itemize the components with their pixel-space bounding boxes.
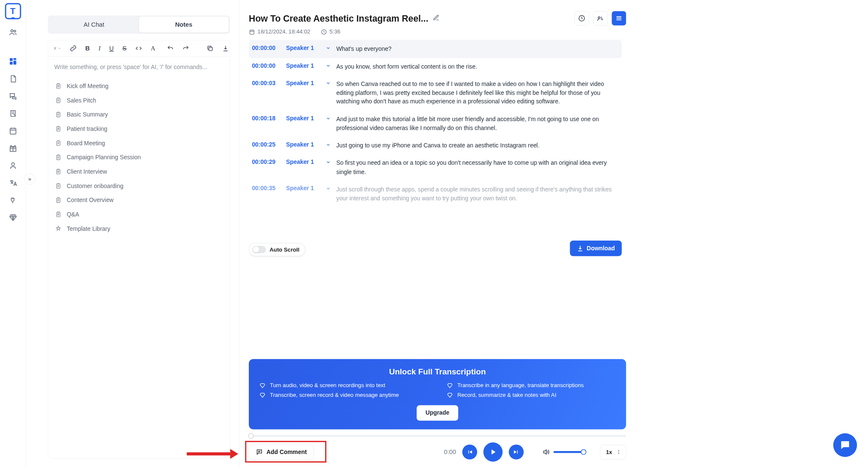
speaker-label[interactable]: Speaker 1 [286,141,320,148]
banner-feature: Transcribe in any language, translate tr… [447,382,615,389]
template-item[interactable]: Campaign Planning Session [50,150,227,165]
template-item[interactable]: Template Library [50,222,227,236]
redo-button[interactable] [182,44,189,52]
tab-notes[interactable]: Notes [139,17,229,33]
template-item[interactable]: Client Interview [50,165,227,179]
timestamp[interactable]: 00:00:29 [252,159,281,166]
edit-note-icon[interactable] [8,109,17,118]
chevron-down-icon[interactable] [325,160,331,165]
seek-thumb[interactable] [248,433,254,439]
editor-placeholder[interactable]: Write something, or press 'space' for AI… [48,57,229,77]
volume-control[interactable] [542,448,585,456]
transcript: 00:00:00Speaker 1What's up everyone?00:0… [249,40,626,355]
seek-track[interactable] [249,435,626,437]
template-item[interactable]: Board Meeting [50,136,227,150]
calendar-icon[interactable] [8,127,17,135]
speaker-label[interactable]: Speaker 1 [286,159,320,166]
add-comment-button[interactable]: Add Comment [249,444,314,460]
transcript-row[interactable]: 00:00:00Speaker 1As you know, short form… [249,58,622,75]
svg-rect-2 [10,58,13,61]
edit-title-button[interactable] [433,14,440,22]
speaker-label[interactable]: Speaker 1 [286,62,320,69]
language-icon[interactable] [8,179,17,187]
link-button[interactable] [70,44,77,52]
integrations-icon[interactable] [8,196,17,205]
volume-track[interactable] [554,451,584,453]
expand-sidebar-button[interactable]: » [24,174,35,185]
transcript-text: So when Canva reached out to me to see i… [336,80,618,106]
menu-button[interactable] [612,11,626,25]
paragraph-style-button[interactable] [54,44,61,52]
template-item[interactable]: Kick off Meeting [50,79,227,94]
prev-button[interactable] [462,445,477,460]
tab-ai-chat[interactable]: AI Chat [49,17,139,33]
dashboard-icon[interactable] [8,57,17,66]
people-icon[interactable] [8,28,17,36]
page-title: How To Create Aesthetic Instagram Reel..… [249,13,428,23]
speaker-label[interactable]: Speaker 1 [286,44,320,51]
download-button[interactable]: Download [570,241,622,256]
undo-button[interactable] [167,44,174,52]
code-button[interactable] [135,44,142,52]
template-item[interactable]: Q&A [50,208,227,222]
history-button[interactable] [575,11,589,25]
svg-rect-22 [250,30,254,34]
banner-feature: Transcribe, screen record & video messag… [259,392,428,398]
meta-date: 18/12/2024, 18:44:02 [249,28,310,35]
next-button[interactable] [509,445,524,460]
notes-editor: B I U S A Write something, or press 'spa… [48,40,230,458]
nav-rail: T » [0,0,26,468]
timestamp[interactable]: 00:00:35 [252,185,281,192]
share-button[interactable] [593,11,608,25]
chevron-down-icon[interactable] [325,116,331,121]
transcript-row[interactable]: 00:00:18Speaker 1And just to make this t… [249,111,622,137]
chevron-down-icon[interactable] [325,80,331,86]
strike-button[interactable]: S [122,44,127,52]
document-icon[interactable] [8,75,17,83]
timestamp[interactable]: 00:00:03 [252,80,281,86]
bold-button[interactable]: B [85,44,90,52]
speaker-label[interactable]: Speaker 1 [286,80,320,86]
timestamp[interactable]: 00:00:00 [252,44,281,51]
template-item[interactable]: Patient tracking [50,122,227,136]
transcript-text: And just to make this tutorial a little … [336,115,618,133]
timestamp[interactable]: 00:00:25 [252,141,281,148]
italic-button[interactable]: I [98,44,100,52]
transcript-text: As you know, short form vertical content… [336,62,618,71]
chevron-down-icon[interactable] [325,46,331,51]
svg-rect-3 [13,58,16,60]
template-item[interactable]: Content Overview [50,193,227,208]
chevron-down-icon[interactable] [325,63,331,68]
speaker-label[interactable]: Speaker 1 [286,115,320,122]
chat-icon[interactable] [8,92,17,100]
upgrade-button[interactable]: Upgrade [417,405,458,421]
play-button[interactable] [484,443,503,462]
transcript-row[interactable]: 00:00:35Speaker 1Just scroll through the… [249,181,622,207]
chevron-down-icon[interactable] [325,186,331,191]
copy-button[interactable] [206,44,213,52]
transcript-row[interactable]: 00:00:25Speaker 1Just going to use my iP… [249,137,622,154]
timestamp[interactable]: 00:00:00 [252,62,281,69]
auto-scroll-toggle[interactable]: Auto Scroll [249,243,305,256]
transcript-row[interactable]: 00:00:29Speaker 1So first you need an id… [249,155,622,181]
meta-duration: 5:36 [321,28,340,35]
text-color-button[interactable]: A [151,44,159,52]
speed-button[interactable]: 1x ▲▼ [600,445,626,459]
transcript-row[interactable]: 00:00:03Speaker 1So when Canva reached o… [249,75,622,111]
chevron-down-icon[interactable] [325,142,331,147]
template-item[interactable]: Sales Pitch [50,93,227,108]
gift-icon[interactable] [8,144,17,152]
template-item[interactable]: Customer onboarding [50,179,227,193]
diamond-icon[interactable] [8,213,17,222]
app-logo: T [5,3,21,19]
transcript-row[interactable]: 00:00:00Speaker 1What's up everyone? [249,40,622,58]
profile-icon[interactable] [8,161,17,170]
toggle-icon[interactable] [252,246,266,253]
speaker-label[interactable]: Speaker 1 [286,185,320,192]
download-notes-button[interactable] [222,44,229,52]
template-item[interactable]: Basic Summary [50,108,227,122]
svg-point-0 [11,30,13,32]
timestamp[interactable]: 00:00:18 [252,115,281,122]
underline-button[interactable]: U [109,44,114,52]
chat-fab[interactable] [833,433,857,457]
